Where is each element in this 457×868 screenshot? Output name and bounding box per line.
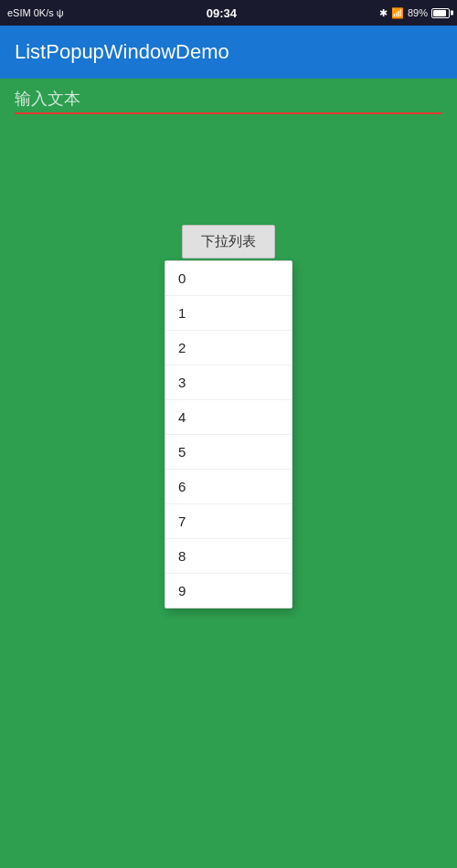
list-item[interactable]: 0: [165, 261, 292, 296]
popup-list: 0123456789: [165, 260, 292, 609]
list-item[interactable]: 9: [165, 574, 292, 608]
dropdown-button[interactable]: 下拉列表: [182, 225, 275, 259]
text-input[interactable]: [15, 90, 442, 109]
app-title: ListPopupWindowDemo: [15, 40, 229, 64]
list-item[interactable]: 7: [165, 504, 292, 539]
status-bar-left: eSIM 0K/s ψ: [7, 7, 64, 18]
list-item[interactable]: 6: [165, 470, 292, 504]
battery-icon: [431, 8, 450, 18]
app-bar: ListPopupWindowDemo: [0, 26, 457, 79]
input-section: [0, 79, 457, 114]
list-item[interactable]: 1: [165, 296, 292, 331]
list-item[interactable]: 3: [165, 365, 292, 400]
status-bar-right: ✱ 📶 89%: [379, 7, 450, 19]
wifi-icon: 📶: [391, 7, 404, 19]
status-bar: eSIM 0K/s ψ 09:34 ✱ 📶 89%: [0, 0, 457, 26]
content-area: 下拉列表 0123456789: [0, 79, 457, 868]
list-item[interactable]: 5: [165, 435, 292, 470]
list-item[interactable]: 4: [165, 400, 292, 435]
list-item[interactable]: 2: [165, 331, 292, 365]
battery-percent: 89%: [408, 7, 428, 18]
status-bar-time: 09:34: [207, 6, 237, 20]
status-sim-text: eSIM 0K/s ψ: [7, 7, 64, 18]
list-item[interactable]: 8: [165, 539, 292, 574]
bluetooth-icon: ✱: [379, 7, 388, 19]
dropdown-area: 下拉列表 0123456789: [165, 225, 292, 609]
text-input-wrapper: [15, 90, 442, 114]
